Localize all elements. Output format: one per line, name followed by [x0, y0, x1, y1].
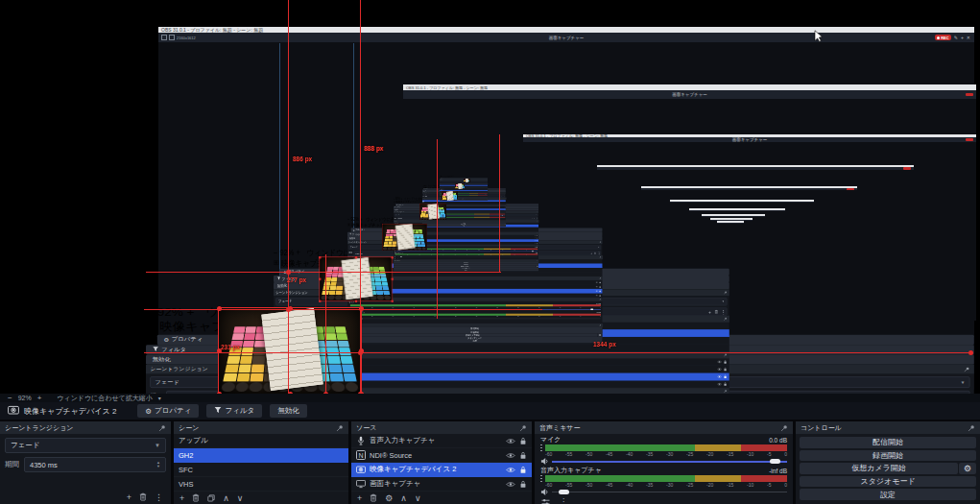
chevron-down-icon[interactable]: ▾ — [158, 395, 161, 401]
visibility-eye-icon[interactable] — [506, 481, 515, 488]
source-item[interactable]: 映像キャプチャデバイス 2 — [351, 463, 532, 477]
visibility-eye-icon[interactable] — [506, 452, 515, 459]
audio-mixer-panel: 音声ミキサー マイク0.0 dB-60-55-50-45-40-35-30-25… — [535, 421, 793, 504]
pin-icon[interactable] — [519, 424, 527, 432]
pin-icon[interactable] — [336, 424, 344, 432]
lock-icon[interactable] — [519, 466, 527, 474]
transform-handle — [319, 277, 322, 280]
pin-icon[interactable] — [158, 424, 166, 432]
pin-icon — [780, 424, 788, 432]
source-item[interactable]: 音声入力キャプチャ — [351, 434, 532, 448]
scene-filters-button[interactable] — [207, 494, 215, 502]
panel-title: ソース — [356, 423, 376, 433]
visibility-eye-icon[interactable] — [506, 467, 515, 473]
controls-panel: コントロール 配信開始録画開始仮想カメラ開始⚙スタジオモード設定 — [796, 421, 980, 504]
move-source-up-button[interactable]: ∧ — [400, 493, 407, 503]
source-item[interactable]: 画面キャプチャ — [351, 477, 532, 492]
obs-bottom-ui: − 92% + ウィンドウに合わせて拡大縮小 ▾ 映像キャプチャデバイス 2 ⚙… — [0, 394, 980, 504]
ndi-icon: N — [356, 450, 366, 460]
scale-mode-dropdown[interactable]: ウィンドウに合わせて拡大縮小 — [57, 394, 152, 403]
mixer-config-icon[interactable] — [541, 498, 550, 504]
camera-icon — [356, 465, 366, 474]
selection-guide-vertical — [325, 254, 326, 394]
preview-zoom-bar: − 92% + ウィンドウに合わせて拡大縮小 ▾ — [0, 394, 980, 402]
properties-button[interactable]: ⚙ プロパティ — [137, 404, 199, 418]
filters-button[interactable]: フィルタ — [206, 404, 262, 418]
panel-title: コントロール — [801, 423, 842, 433]
move-source-down-button[interactable]: ∨ — [415, 493, 421, 503]
chevron-down-icon: ▼ — [155, 443, 160, 448]
scene-item[interactable]: VHS — [174, 477, 348, 492]
scene-item[interactable]: アップル — [174, 434, 348, 448]
speaker-icon — [540, 457, 549, 466]
duration-field[interactable]: 4350 ms ▲▼ — [24, 457, 166, 472]
close-icon: ✕ — [967, 35, 970, 40]
add-icon: + — [961, 35, 964, 40]
add-transition-button[interactable]: + — [127, 492, 131, 502]
virtual-camera-config-button[interactable]: ⚙ — [959, 463, 976, 474]
source-item[interactable]: NNDI® Source — [351, 448, 532, 463]
remove-source-button[interactable] — [370, 493, 377, 502]
move-scene-down-button[interactable]: ∨ — [237, 493, 244, 503]
launchpad-capture-image — [219, 308, 361, 394]
captured-window-toolbar: 画面キャプチャー 2160x1612 REC ✎ + ✕ — [158, 33, 974, 42]
launchpad-capture-image — [464, 179, 470, 182]
visibility-eye-icon[interactable] — [506, 438, 515, 444]
lock-icon[interactable] — [519, 451, 527, 460]
selection-guide-vertical — [360, 0, 361, 394]
preview-canvas[interactable]: OBS 31.0.1 - プロファイル: 無題 - シーン: 無題 画面キャプチ… — [0, 0, 980, 394]
add-source-button[interactable]: + — [357, 493, 362, 503]
captured-window-size-readout: 2160x1612 — [158, 35, 196, 40]
nested-projector-window — [717, 221, 744, 226]
control-button[interactable]: 配信開始 — [800, 437, 976, 448]
control-button[interactable]: 設定 — [800, 489, 976, 500]
gear-icon: ⚙ — [145, 407, 152, 416]
svg-text:N: N — [358, 452, 363, 459]
mixer-channel: 音声入力キャプチャ-inf dB-60-55-50-45-40-35-30-25… — [540, 467, 787, 495]
remove-scene-button[interactable] — [192, 493, 200, 502]
channel-grip[interactable] — [540, 444, 542, 451]
pin-icon — [336, 424, 344, 432]
edit-pencil-icon: ✎ — [954, 35, 958, 40]
channel-name: 音声入力キャプチャ — [540, 466, 602, 475]
dimension-label: 277 px — [287, 276, 306, 283]
filter-icon — [214, 406, 222, 416]
volume-slider[interactable] — [552, 489, 787, 495]
transform-handle — [358, 350, 363, 355]
add-scene-button[interactable]: + — [179, 493, 184, 503]
source-selection-box[interactable] — [218, 307, 362, 394]
speaker-icon — [540, 488, 549, 496]
transform-handle — [323, 392, 328, 394]
control-button[interactable]: スタジオモード — [800, 476, 976, 488]
source-context-bar: 映像キャプチャデバイス 2 ⚙ プロパティ フィルタ 無効化 — [0, 402, 980, 420]
volume-slider[interactable] — [552, 458, 787, 465]
move-scene-up-button[interactable]: ∧ — [223, 493, 229, 503]
lock-icon[interactable] — [519, 480, 527, 489]
control-button[interactable]: 録画開始 — [800, 450, 976, 462]
zoom-out-button[interactable]: − — [8, 395, 12, 401]
duration-spinner[interactable]: ▲▼ — [156, 461, 160, 468]
window-layout-icon — [169, 35, 175, 40]
scene-item[interactable]: SFC — [174, 463, 348, 477]
transition-properties-button[interactable]: ⋮ — [155, 492, 163, 502]
channel-grip[interactable] — [540, 475, 542, 482]
pin-icon[interactable] — [968, 424, 975, 432]
transform-handle — [391, 277, 394, 280]
control-button[interactable]: 仮想カメラ開始 — [800, 463, 958, 474]
transform-handle — [286, 307, 291, 312]
transition-select[interactable]: フェード▼ — [5, 438, 166, 453]
scene-item[interactable]: GH2 — [174, 448, 348, 463]
mixer-menu-icon[interactable]: ⋮ — [560, 497, 567, 504]
source-properties-button[interactable]: ⚙ — [385, 493, 393, 503]
transform-handle — [354, 300, 357, 302]
selection-guide-horizontal — [144, 309, 542, 310]
remove-transition-button[interactable] — [139, 492, 147, 501]
zoom-in-button[interactable]: + — [37, 395, 42, 401]
selection-guide-horizontal — [144, 352, 971, 353]
disable-button[interactable]: 無効化 — [270, 404, 307, 418]
pin-icon — [519, 424, 527, 432]
display-icon — [356, 479, 366, 489]
pin-icon[interactable] — [780, 424, 788, 432]
panel-title: シーン — [179, 423, 199, 433]
lock-icon[interactable] — [519, 437, 527, 445]
